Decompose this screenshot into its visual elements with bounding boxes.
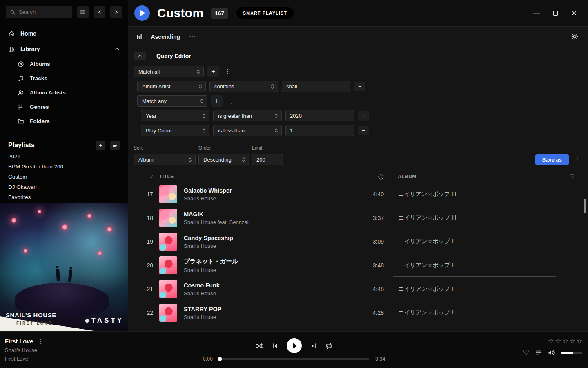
sidebar-item-library[interactable]: Library: [0, 41, 128, 57]
table-row[interactable]: 22 STARRY POP Snail's House 4:28 エイリアン☆ポ…: [134, 301, 588, 325]
match-select[interactable]: Match all: [134, 66, 204, 77]
star-icon[interactable]: ☆: [548, 337, 554, 345]
artwork-figure: [56, 269, 60, 281]
track-album-cell[interactable]: エイリアン☆ポップ II: [393, 254, 556, 277]
volume-fill: [561, 352, 573, 354]
table-row[interactable]: 18 MAGIK Snail's House feat. Sennzai 3:3…: [134, 206, 588, 230]
search-input[interactable]: [19, 9, 68, 15]
playlist-item[interactable]: BPM Greater than 200: [0, 162, 128, 172]
rating-stars[interactable]: ☆☆☆☆☆: [548, 337, 582, 345]
now-playing-artwork[interactable]: SNAIL'S HOUSE FIRST LOVE TASTY: [0, 203, 128, 331]
seek-handle[interactable]: [218, 357, 222, 361]
player-icon-row: ♡: [523, 348, 582, 357]
minimize-button[interactable]: —: [532, 9, 541, 17]
sort-select[interactable]: Album: [134, 154, 196, 165]
now-playing-more-button[interactable]: ⋮: [38, 338, 44, 345]
settings-button[interactable]: [571, 33, 578, 40]
remove-rule-button[interactable]: −: [358, 111, 369, 121]
remove-rule-button[interactable]: −: [358, 126, 369, 135]
collapse-query-editor-button[interactable]: [134, 52, 146, 60]
repeat-button[interactable]: [325, 343, 332, 349]
playlist-list-button[interactable]: [110, 141, 120, 150]
playlist-item[interactable]: Custom: [0, 172, 128, 182]
updown-icon: [198, 84, 202, 89]
chevron-up-icon[interactable]: [115, 47, 120, 52]
track-album: エイリアン☆ポップ III: [398, 191, 457, 198]
remove-rule-button[interactable]: −: [354, 82, 365, 91]
save-more-button[interactable]: ⋮: [572, 156, 582, 164]
track-album-cell[interactable]: エイリアン☆ポップ II: [393, 230, 556, 253]
playlist-item[interactable]: Favorites: [0, 192, 128, 202]
group-more-button[interactable]: ⋮: [223, 68, 233, 75]
rule-field-select[interactable]: Play Count: [141, 125, 209, 136]
play-playlist-button[interactable]: [134, 5, 150, 21]
scrollbar-thumb[interactable]: [584, 199, 586, 213]
next-button[interactable]: [310, 343, 317, 349]
track-album-cell[interactable]: エイリアン☆ポップ III: [393, 183, 556, 206]
close-button[interactable]: ×: [570, 9, 578, 17]
rule-operator-select[interactable]: is less than: [213, 125, 282, 136]
sidebar-item-folders[interactable]: Folders: [0, 114, 128, 128]
artwork-brand: TASTY: [85, 316, 124, 325]
star-icon[interactable]: ☆: [577, 337, 582, 345]
sort-more-button[interactable]: ⋯: [189, 33, 196, 40]
rule-value-input[interactable]: [285, 110, 354, 121]
table-row[interactable]: 21 Cosmo Funk Snail's House 4:48 エイリアン☆ポ…: [134, 277, 588, 301]
favorite-button[interactable]: ♡: [523, 348, 529, 357]
table-row[interactable]: 17 Galactic Whisper Snail's House 4:40 エ…: [134, 182, 588, 206]
track-album-cell[interactable]: エイリアン☆ポップ III: [393, 206, 556, 229]
volume-slider[interactable]: [561, 352, 582, 354]
rule-operator-select[interactable]: contains: [209, 81, 278, 92]
playlist-item[interactable]: DJ Okawari: [0, 182, 128, 192]
match-select[interactable]: Match any: [137, 95, 207, 107]
sidebar-item-home[interactable]: Home: [0, 26, 128, 41]
star-icon[interactable]: ☆: [562, 337, 568, 345]
track-album-cell[interactable]: エイリアン☆ポップ II: [393, 301, 556, 324]
sort-field[interactable]: Id: [137, 34, 142, 40]
star-icon[interactable]: ☆: [555, 337, 561, 345]
column-header-number[interactable]: #: [134, 174, 153, 180]
track-art: [159, 209, 177, 227]
brand-logo: [85, 318, 90, 323]
maximize-button[interactable]: [551, 9, 559, 17]
column-header-album[interactable]: ALBUM: [393, 174, 556, 180]
limit-input[interactable]: [252, 154, 283, 165]
order-select[interactable]: Descending: [198, 154, 249, 165]
add-rule-button[interactable]: +: [207, 66, 219, 77]
add-rule-button[interactable]: +: [211, 95, 223, 107]
table-row[interactable]: 19 Candy Spaceship Snail's House 3:09 エイ…: [134, 230, 588, 254]
group-more-button[interactable]: ⋮: [226, 97, 236, 105]
rule-field-select[interactable]: Year: [141, 110, 209, 121]
shuffle-button[interactable]: [256, 343, 263, 349]
seek-bar[interactable]: [218, 358, 370, 360]
table-row[interactable]: 20 プラネット・ガール Snail's House 3:48 エイリアン☆ポッ…: [134, 254, 588, 277]
track-art: [159, 233, 177, 251]
sort-direction[interactable]: Ascending: [151, 34, 180, 40]
nav-back-button[interactable]: [94, 6, 105, 18]
menu-button[interactable]: [77, 6, 89, 18]
track-number: 17: [134, 191, 153, 197]
sidebar-item-albums[interactable]: Albums: [0, 57, 128, 71]
rule-operator-select[interactable]: is greater than: [213, 110, 282, 121]
updown-icon: [202, 113, 206, 119]
column-header-duration[interactable]: [357, 174, 384, 180]
column-header-title[interactable]: TITLE: [159, 174, 357, 180]
rule-value-input[interactable]: [282, 81, 350, 92]
sidebar-item-album-artists[interactable]: Album Artists: [0, 85, 128, 100]
play-pause-button[interactable]: [287, 338, 302, 353]
queue-button[interactable]: [535, 350, 542, 356]
rule-value-input[interactable]: [285, 125, 354, 136]
search-box[interactable]: [6, 6, 72, 18]
volume-button[interactable]: [548, 350, 555, 356]
column-header-favorite[interactable]: ♡: [556, 173, 588, 180]
sidebar-item-genres[interactable]: Genres: [0, 100, 128, 114]
nav-forward-button[interactable]: [110, 6, 122, 18]
sidebar-item-tracks[interactable]: Tracks: [0, 71, 128, 85]
playlist-item[interactable]: 2021: [0, 151, 128, 162]
add-playlist-button[interactable]: +: [96, 141, 105, 150]
rule-field-select[interactable]: Album Artist: [137, 81, 206, 92]
track-album-cell[interactable]: エイリアン☆ポップ II: [393, 278, 556, 301]
save-as-button[interactable]: Save as: [535, 154, 569, 165]
star-icon[interactable]: ☆: [569, 337, 575, 345]
previous-button[interactable]: [272, 343, 278, 349]
